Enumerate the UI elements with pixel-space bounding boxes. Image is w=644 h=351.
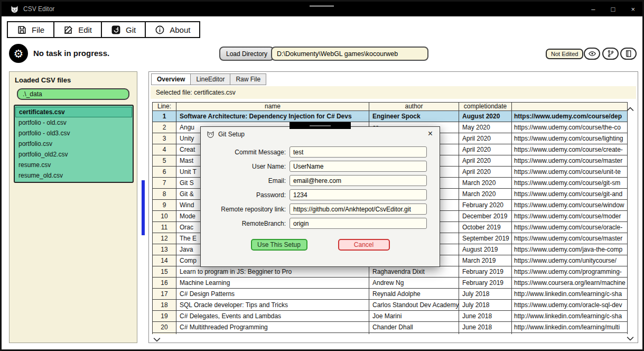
file-list-item[interactable]: resume_old.csv <box>15 170 132 181</box>
column-header <box>511 102 628 111</box>
menu-item-edit[interactable]: Edit <box>54 22 102 37</box>
book-button[interactable] <box>620 48 637 60</box>
cell-completiondate: March 2020 <box>459 189 511 200</box>
menu-item-git[interactable]: Git <box>102 22 146 37</box>
table-header-row: Line:nameauthorcompletiondate <box>152 102 628 111</box>
cell-line: 1 <box>152 111 176 122</box>
cell-completiondate: October 2019 <box>459 222 511 233</box>
git-icon <box>111 25 121 35</box>
cell-name: Machine Learning <box>176 278 369 289</box>
cancel-button[interactable]: Cancel <box>338 239 390 251</box>
dialog-field-row: RemoteBranch: <box>201 216 440 230</box>
cell-line: 16 <box>152 278 176 289</box>
remote-repository-link-input[interactable] <box>290 204 427 215</box>
user-name-input[interactable] <box>290 161 427 172</box>
cell-link: https://www.udemy.com/java-the-comp <box>511 244 628 255</box>
cell-link: https://www.udemy.com/course/moder <box>511 211 628 222</box>
menu-item-about[interactable]: About <box>146 22 199 37</box>
dialog-close-icon[interactable]: × <box>428 130 433 138</box>
cell-line: 5 <box>152 155 176 167</box>
file-list-item[interactable]: resume.csv <box>15 160 132 170</box>
cell-link: http://www.linkedin.com/learning/c-sha <box>511 311 628 322</box>
scrollbar-thumb[interactable] <box>142 180 145 235</box>
column-header: Line: <box>152 102 176 111</box>
scroll-down-left-icon[interactable] <box>153 335 161 339</box>
cell-link: https://www.udemy.com/programming- <box>511 266 628 278</box>
close-button[interactable]: × <box>631 5 635 13</box>
cell-author: Reynald Adolphe <box>369 289 459 300</box>
table-row[interactable]: 20C# Multithreaded ProgrammingChander Dh… <box>152 322 628 333</box>
cell-completiondate: August 2020 <box>459 111 511 122</box>
file-list-item[interactable]: certificates.csv <box>15 107 132 117</box>
remote-branch-input[interactable] <box>290 218 427 229</box>
cell-completiondate: April 2020 <box>459 144 511 155</box>
maximize-button[interactable]: □ <box>611 5 615 13</box>
cell-completiondate: June 2018 <box>459 322 511 333</box>
dialog-field-row: Commit Message: <box>201 145 440 159</box>
menu-item-file[interactable]: File <box>8 22 54 37</box>
minimize-button[interactable]: – <box>591 5 595 13</box>
field-label: User Name: <box>201 163 290 170</box>
cell-line: 3 <box>152 133 176 144</box>
file-list-item[interactable]: portfolio - old3.csv <box>15 128 132 138</box>
cell-line: 11 <box>152 222 176 233</box>
dialog-field-row: Remote repository link: <box>201 202 440 216</box>
file-list: certificates.csvportfolio - old.csvportf… <box>14 105 134 183</box>
git-branch-button[interactable] <box>602 48 619 60</box>
cell-completiondate: June 2018 <box>459 311 511 322</box>
cell-link: https://www.udemy.com/course/create- <box>511 144 628 155</box>
cell-completiondate: February 2019 <box>459 278 511 289</box>
table-row[interactable]: 18SQL Oracle developer: Tips and TricksC… <box>152 300 628 311</box>
window-grip-tab <box>291 2 353 10</box>
tab-lineeditor[interactable]: LineEditor <box>190 73 230 85</box>
cell-completiondate: December 2019 <box>459 211 511 222</box>
edit-icon <box>63 25 73 35</box>
eye-button[interactable] <box>584 48 600 60</box>
cell-link: https://www.udemy.com/unitycourse/ <box>511 255 628 266</box>
dialog-field-row: User Name: <box>201 159 440 173</box>
cell-completiondate <box>459 333 511 334</box>
file-list-item[interactable]: portfolio.csv <box>15 138 132 149</box>
scroll-up-icon[interactable] <box>627 104 634 109</box>
window-title: CSV Editor <box>23 5 54 13</box>
cell-link: https://www.udemy.com/course/master <box>511 155 628 167</box>
menu-item-label: File <box>32 25 44 34</box>
table-row[interactable]: 19C# Delegates, Events and LambdasJoe Ma… <box>152 311 628 322</box>
table-row[interactable]: 15Learn to program in JS: Begginer to Pr… <box>152 266 628 278</box>
file-list-item[interactable]: portfolio - old.csv <box>15 117 132 128</box>
table-row[interactable]: 21 <box>152 333 628 334</box>
git-setup-dialog: Git Setup × Commit Message:User Name:Ema… <box>200 126 440 267</box>
info-icon <box>155 25 165 35</box>
cell-completiondate: April 2020 <box>459 155 511 167</box>
password-input[interactable] <box>290 189 427 200</box>
commit-message-input[interactable] <box>290 146 427 158</box>
cell-line: 17 <box>152 289 176 300</box>
dialog-fields: Commit Message:User Name:Email:Password:… <box>201 142 440 230</box>
email-input[interactable] <box>290 175 427 186</box>
cell-name: C# Design Patterns <box>176 289 369 300</box>
tab-overview[interactable]: Overview <box>151 73 191 85</box>
book-icon <box>624 50 633 58</box>
cell-author: Chander Dhall <box>369 322 459 333</box>
cell-link: https://www.udemy.com/course/git-sm <box>511 178 628 189</box>
table-row[interactable]: 17C# Design PatternsReynald AdolpheJuly … <box>152 289 628 300</box>
data-directory-button[interactable]: .\_data <box>17 88 129 100</box>
app-cat-icon <box>10 5 19 14</box>
use-this-setup-button[interactable]: Use This Setup <box>251 239 307 251</box>
directory-path-input[interactable] <box>271 47 428 61</box>
table-row[interactable]: 1Software Architecture: Dependency Injec… <box>152 111 628 122</box>
cell-name: C# Delegates, Events and Lambdas <box>176 311 369 322</box>
file-list-item[interactable]: portfolio_old2.csv <box>15 149 132 160</box>
load-directory-button[interactable]: Load Directory <box>219 47 274 61</box>
scroll-down-icon[interactable] <box>627 334 634 338</box>
cell-author: Carlos Standout Dev Academy <box>369 300 459 311</box>
table-row[interactable]: 16Machine LearningAndrew NgFebruary 2019… <box>152 278 628 289</box>
tab-raw-file[interactable]: Raw File <box>230 73 266 85</box>
field-label: RemoteBranch: <box>201 220 290 227</box>
cell-line: 12 <box>152 233 176 244</box>
dialog-title: Git Setup <box>218 131 245 138</box>
cell-line: 13 <box>152 244 176 255</box>
cell-link: http://www.linkedin.com/learning/multi <box>511 322 628 333</box>
cell-completiondate: April 2020 <box>459 133 511 144</box>
menu-item-label: Git <box>126 25 136 34</box>
